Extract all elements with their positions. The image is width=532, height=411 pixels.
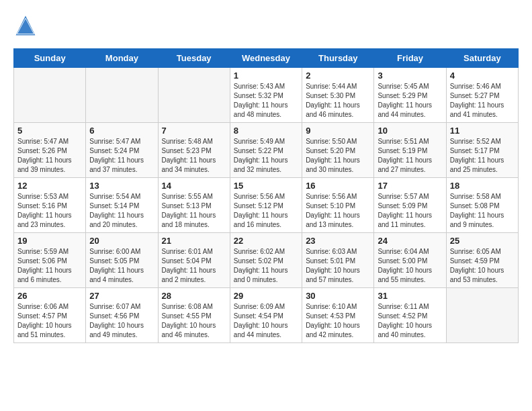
calendar-week-row: 5Sunrise: 5:47 AM Sunset: 5:26 PM Daylig… [14,123,519,178]
calendar-day-2: 2Sunrise: 5:44 AM Sunset: 5:30 PM Daylig… [302,68,374,123]
weekday-header-friday: Friday [374,49,446,68]
day-number: 18 [450,181,515,191]
calendar-day-empty [14,68,86,123]
day-detail: Sunrise: 5:45 AM Sunset: 5:29 PM Dayligh… [378,82,442,120]
day-number: 21 [162,236,226,246]
day-detail: Sunrise: 5:53 AM Sunset: 5:16 PM Dayligh… [17,192,82,230]
day-detail: Sunrise: 5:57 AM Sunset: 5:09 PM Dayligh… [378,192,442,230]
calendar-week-row: 26Sunrise: 6:06 AM Sunset: 4:57 PM Dayli… [14,288,519,343]
calendar-day-7: 7Sunrise: 5:48 AM Sunset: 5:23 PM Daylig… [158,123,230,178]
calendar-day-25: 25Sunrise: 6:05 AM Sunset: 4:59 PM Dayli… [446,233,518,288]
calendar-day-6: 6Sunrise: 5:47 AM Sunset: 5:24 PM Daylig… [86,123,158,178]
day-number: 26 [17,291,82,301]
calendar-day-30: 30Sunrise: 6:10 AM Sunset: 4:53 PM Dayli… [302,288,374,343]
calendar-day-24: 24Sunrise: 6:04 AM Sunset: 5:00 PM Dayli… [374,233,446,288]
day-number: 15 [234,181,298,191]
day-detail: Sunrise: 6:11 AM Sunset: 4:52 PM Dayligh… [378,302,442,340]
day-detail: Sunrise: 5:43 AM Sunset: 5:32 PM Dayligh… [234,82,298,120]
day-number: 6 [89,126,154,136]
calendar-day-13: 13Sunrise: 5:54 AM Sunset: 5:14 PM Dayli… [86,178,158,233]
calendar-day-10: 10Sunrise: 5:51 AM Sunset: 5:19 PM Dayli… [374,123,446,178]
weekday-header-wednesday: Wednesday [230,49,302,68]
day-detail: Sunrise: 6:00 AM Sunset: 5:05 PM Dayligh… [89,247,154,285]
weekday-header-row: SundayMondayTuesdayWednesdayThursdayFrid… [14,49,519,68]
day-number: 1 [234,71,298,81]
day-detail: Sunrise: 6:05 AM Sunset: 4:59 PM Dayligh… [450,247,515,285]
day-detail: Sunrise: 6:01 AM Sunset: 5:04 PM Dayligh… [162,247,226,285]
weekday-header-sunday: Sunday [14,49,86,68]
day-detail: Sunrise: 5:44 AM Sunset: 5:30 PM Dayligh… [306,82,370,120]
day-detail: Sunrise: 5:49 AM Sunset: 5:22 PM Dayligh… [234,137,298,175]
calendar-table: SundayMondayTuesdayWednesdayThursdayFrid… [13,48,519,343]
day-number: 28 [162,291,226,301]
day-detail: Sunrise: 5:55 AM Sunset: 5:13 PM Dayligh… [162,192,226,230]
day-detail: Sunrise: 5:48 AM Sunset: 5:23 PM Dayligh… [162,137,226,175]
day-detail: Sunrise: 6:10 AM Sunset: 4:53 PM Dayligh… [306,302,370,340]
day-detail: Sunrise: 5:46 AM Sunset: 5:27 PM Dayligh… [450,82,515,120]
day-number: 30 [306,291,370,301]
calendar-day-21: 21Sunrise: 6:01 AM Sunset: 5:04 PM Dayli… [158,233,230,288]
day-number: 7 [162,126,226,136]
weekday-header-thursday: Thursday [302,49,374,68]
day-detail: Sunrise: 5:51 AM Sunset: 5:19 PM Dayligh… [378,137,442,175]
calendar-week-row: 19Sunrise: 5:59 AM Sunset: 5:06 PM Dayli… [14,233,519,288]
day-number: 8 [234,126,298,136]
day-detail: Sunrise: 5:54 AM Sunset: 5:14 PM Dayligh… [89,192,154,230]
day-number: 10 [378,126,442,136]
calendar-day-23: 23Sunrise: 6:03 AM Sunset: 5:01 PM Dayli… [302,233,374,288]
calendar-week-row: 12Sunrise: 5:53 AM Sunset: 5:16 PM Dayli… [14,178,519,233]
day-number: 17 [378,181,442,191]
calendar-day-14: 14Sunrise: 5:55 AM Sunset: 5:13 PM Dayli… [158,178,230,233]
calendar-day-empty [158,68,230,123]
day-detail: Sunrise: 5:56 AM Sunset: 5:12 PM Dayligh… [234,192,298,230]
calendar-day-22: 22Sunrise: 6:02 AM Sunset: 5:02 PM Dayli… [230,233,302,288]
calendar-day-29: 29Sunrise: 6:09 AM Sunset: 4:54 PM Dayli… [230,288,302,343]
calendar-day-15: 15Sunrise: 5:56 AM Sunset: 5:12 PM Dayli… [230,178,302,233]
day-detail: Sunrise: 6:03 AM Sunset: 5:01 PM Dayligh… [306,247,370,285]
day-number: 27 [89,291,154,301]
day-detail: Sunrise: 5:52 AM Sunset: 5:17 PM Dayligh… [450,137,515,175]
day-detail: Sunrise: 6:04 AM Sunset: 5:00 PM Dayligh… [378,247,442,285]
day-number: 5 [17,126,82,136]
calendar-day-26: 26Sunrise: 6:06 AM Sunset: 4:57 PM Dayli… [14,288,86,343]
day-detail: Sunrise: 5:56 AM Sunset: 5:10 PM Dayligh… [306,192,370,230]
calendar-day-9: 9Sunrise: 5:50 AM Sunset: 5:20 PM Daylig… [302,123,374,178]
calendar-day-empty [86,68,158,123]
calendar-day-8: 8Sunrise: 5:49 AM Sunset: 5:22 PM Daylig… [230,123,302,178]
day-number: 4 [450,71,515,81]
day-detail: Sunrise: 5:47 AM Sunset: 5:26 PM Dayligh… [17,137,82,175]
page-header [13,13,519,38]
day-number: 14 [162,181,226,191]
day-detail: Sunrise: 6:09 AM Sunset: 4:54 PM Dayligh… [234,302,298,340]
day-number: 20 [89,236,154,246]
logo-icon [13,13,38,38]
calendar-day-3: 3Sunrise: 5:45 AM Sunset: 5:29 PM Daylig… [374,68,446,123]
day-number: 23 [306,236,370,246]
day-detail: Sunrise: 5:47 AM Sunset: 5:24 PM Dayligh… [89,137,154,175]
day-detail: Sunrise: 6:07 AM Sunset: 4:56 PM Dayligh… [89,302,154,340]
calendar-day-18: 18Sunrise: 5:58 AM Sunset: 5:08 PM Dayli… [446,178,518,233]
day-detail: Sunrise: 6:06 AM Sunset: 4:57 PM Dayligh… [17,302,82,340]
day-number: 29 [234,291,298,301]
weekday-header-tuesday: Tuesday [158,49,230,68]
calendar-day-1: 1Sunrise: 5:43 AM Sunset: 5:32 PM Daylig… [230,68,302,123]
day-number: 3 [378,71,442,81]
day-detail: Sunrise: 5:50 AM Sunset: 5:20 PM Dayligh… [306,137,370,175]
day-detail: Sunrise: 6:08 AM Sunset: 4:55 PM Dayligh… [162,302,226,340]
day-number: 13 [89,181,154,191]
calendar-day-4: 4Sunrise: 5:46 AM Sunset: 5:27 PM Daylig… [446,68,518,123]
weekday-header-saturday: Saturday [446,49,518,68]
weekday-header-monday: Monday [86,49,158,68]
calendar-day-11: 11Sunrise: 5:52 AM Sunset: 5:17 PM Dayli… [446,123,518,178]
day-number: 9 [306,126,370,136]
day-number: 25 [450,236,515,246]
day-number: 16 [306,181,370,191]
calendar-day-27: 27Sunrise: 6:07 AM Sunset: 4:56 PM Dayli… [86,288,158,343]
day-number: 24 [378,236,442,246]
day-detail: Sunrise: 6:02 AM Sunset: 5:02 PM Dayligh… [234,247,298,285]
logo [13,13,40,38]
day-number: 2 [306,71,370,81]
calendar-day-16: 16Sunrise: 5:56 AM Sunset: 5:10 PM Dayli… [302,178,374,233]
calendar-day-5: 5Sunrise: 5:47 AM Sunset: 5:26 PM Daylig… [14,123,86,178]
calendar-day-17: 17Sunrise: 5:57 AM Sunset: 5:09 PM Dayli… [374,178,446,233]
